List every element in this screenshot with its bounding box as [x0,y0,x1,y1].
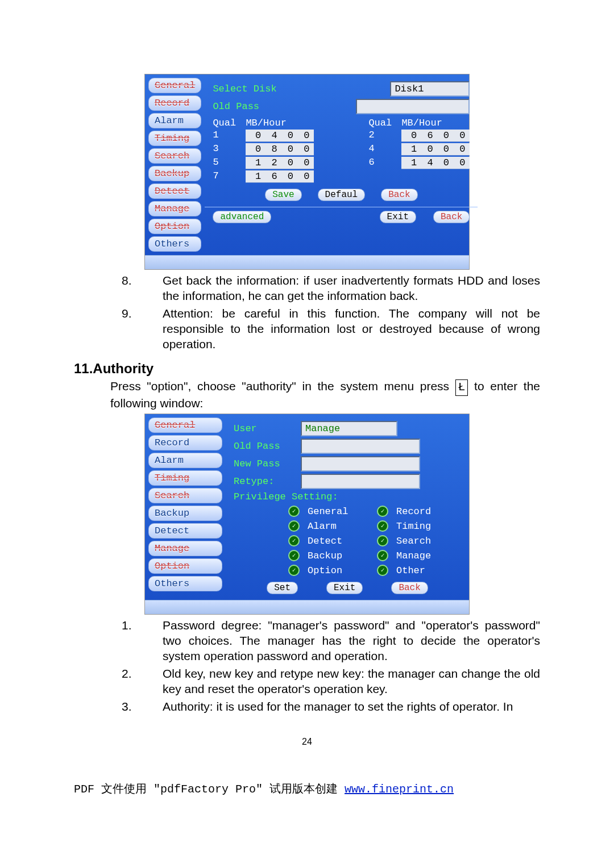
col-qual-2: Qual [368,118,391,128]
priv-label: Manage [396,550,459,561]
sidebar-item-record[interactable]: Record [148,95,201,111]
priv-radio-general[interactable] [288,506,300,517]
qual-6: 6 [368,157,391,169]
back-button-2[interactable]: Back [433,211,470,223]
sidebar-item-timing[interactable]: Timing [148,131,201,146]
sidebar: General Record Alarm Timing Search Backu… [145,414,226,600]
sidebar-item-backup[interactable]: Backup [148,166,201,181]
sidebar-item-detect[interactable]: Detect [148,183,201,199]
priv-radio-record[interactable] [377,506,388,517]
select-disk-label: Select Disk [213,84,276,94]
list-item: Authority: it is used for the manager to… [142,699,540,715]
priv-radio-timing[interactable] [377,520,388,532]
priv-label: General [308,506,370,517]
sidebar-item-record[interactable]: Record [148,435,222,450]
page-number: 24 [74,737,540,747]
priv-radio-manage[interactable] [377,550,388,561]
key-icon: Ł [455,379,468,396]
qual-3: 3 [213,143,235,156]
col-mbhour-2: MB/Hour [401,118,470,128]
set-button[interactable]: Set [267,582,298,594]
list-item: Attention: be careful in this function. … [142,306,540,352]
body-text-1: Get back the information: if user inadve… [74,273,540,352]
user-select[interactable] [301,421,397,436]
list-item: Old key, new key and retype new key: the… [142,666,540,697]
pdf-footer-text: PDF 文件使用 "pdfFactory Pro" 试用版本创建 [74,783,345,796]
sidebar-item-detect[interactable]: Detect [148,523,222,539]
val-2[interactable]: 0 6 0 0 [401,130,470,142]
val-3[interactable]: 0 8 0 0 [246,143,314,156]
sidebar-item-search[interactable]: Search [148,488,222,503]
old-pass-label: Old Pass [213,101,259,112]
retype-label: Retype: [234,476,296,487]
pdf-footer: PDF 文件使用 "pdfFactory Pro" 试用版本创建 www.fin… [74,781,540,796]
col-qual-1: Qual [213,118,235,128]
sidebar-item-manage[interactable]: Manage [148,201,201,216]
qual-7: 7 [213,170,235,183]
col-mbhour-1: MB/Hour [246,118,314,128]
val-1[interactable]: 0 4 0 0 [246,130,314,142]
sidebar-item-others[interactable]: Others [148,576,222,591]
sidebar-item-alarm[interactable]: Alarm [148,453,222,468]
sidebar-item-backup[interactable]: Backup [148,506,222,521]
list-item: Password degree: "manager's password" an… [142,618,540,664]
back-button[interactable]: Back [391,582,428,594]
exit-button[interactable]: Exit [380,211,416,223]
sidebar-item-timing[interactable]: Timing [148,470,222,486]
priv-label: Backup [308,550,370,561]
section-intro: Press "option", choose "authority" in th… [110,379,540,411]
priv-label: Alarm [308,521,370,532]
qual-1: 1 [213,130,235,142]
old-pass-input[interactable] [356,99,470,114]
sidebar-item-others[interactable]: Others [148,236,201,252]
retype-input[interactable] [301,474,420,489]
list-item: Get back the information: if user inadve… [142,273,540,304]
qual-2: 2 [368,130,391,142]
body-text-2: Password degree: "manager's password" an… [74,618,540,714]
status-bar [145,600,469,614]
priv-label: Other [396,565,459,576]
sidebar-item-search[interactable]: Search [148,148,201,164]
user-label: User [234,423,296,434]
new-pass-label: New Pass [234,458,296,469]
priv-radio-backup[interactable] [288,550,300,561]
val-6[interactable]: 1 4 0 0 [401,157,470,169]
exit-button[interactable]: Exit [326,582,363,594]
dvr-panel-manage: General Record Alarm Timing Search Backu… [144,74,470,270]
priv-label: Record [396,506,459,517]
sidebar-item-general[interactable]: General [148,78,201,93]
save-button[interactable]: Save [265,189,301,201]
panel-main: Select Disk Old Pass Qual MB/Hour Qual M… [205,74,478,255]
section-title: 11.Authority [74,361,540,377]
pdf-footer-link[interactable]: www.fineprint.cn [345,783,454,796]
priv-label: Option [308,565,370,576]
val-5[interactable]: 1 2 0 0 [246,157,314,169]
priv-label: Detect [308,536,370,546]
old-pass-input[interactable] [301,439,420,454]
priv-radio-option[interactable] [288,565,300,576]
val-4[interactable]: 1 0 0 0 [401,143,470,156]
priv-radio-other[interactable] [377,565,388,576]
new-pass-input[interactable] [301,456,420,471]
priv-radio-alarm[interactable] [288,520,300,532]
sidebar-item-option[interactable]: Option [148,558,222,574]
sidebar-item-general[interactable]: General [148,418,222,433]
privilege-setting-label: Privilege Setting: [234,491,461,502]
bitrate-table: Qual MB/Hour Qual MB/Hour 1 0 4 0 0 2 0 … [213,118,470,183]
priv-radio-search[interactable] [377,535,388,546]
sidebar-item-option[interactable]: Option [148,219,201,234]
panel-main: User Old Pass New Pass Retype: Privilege… [226,414,469,600]
qual-4: 4 [368,143,391,156]
dvr-panel-authority: General Record Alarm Timing Search Backu… [144,414,470,615]
advanced-button[interactable]: advanced [213,211,271,223]
sidebar-item-manage[interactable]: Manage [148,541,222,556]
priv-radio-detect[interactable] [288,535,300,546]
select-disk-input[interactable] [390,81,470,97]
status-bar [145,255,469,269]
val-7[interactable]: 1 6 0 0 [246,170,314,183]
default-button[interactable]: Defaul [318,189,366,201]
sidebar: General Record Alarm Timing Search Backu… [145,74,205,255]
sidebar-item-alarm[interactable]: Alarm [148,113,201,128]
priv-label: Timing [396,521,459,532]
back-button[interactable]: Back [381,189,417,201]
